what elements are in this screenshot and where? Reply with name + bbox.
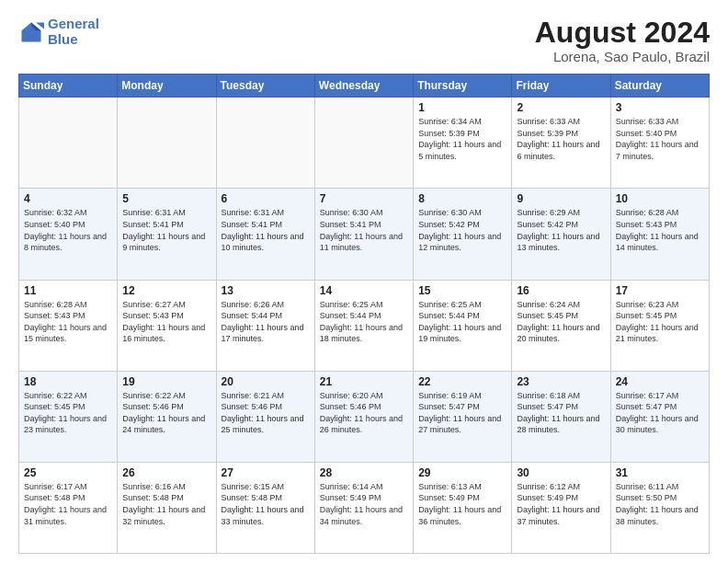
day-info: Sunrise: 6:21 AM Sunset: 5:46 PM Dayligh… (222, 390, 310, 436)
day-number: 26 (122, 466, 210, 479)
day-info: Sunrise: 6:24 AM Sunset: 5:45 PM Dayligh… (517, 299, 605, 345)
calendar-cell: 19Sunrise: 6:22 AM Sunset: 5:46 PM Dayli… (118, 371, 216, 462)
day-number: 28 (320, 466, 408, 479)
day-info: Sunrise: 6:29 AM Sunset: 5:42 PM Dayligh… (517, 207, 605, 253)
day-info: Sunrise: 6:15 AM Sunset: 5:48 PM Dayligh… (222, 481, 310, 527)
day-info: Sunrise: 6:34 AM Sunset: 5:39 PM Dayligh… (418, 116, 506, 162)
day-info: Sunrise: 6:30 AM Sunset: 5:41 PM Dayligh… (320, 207, 408, 253)
day-number: 27 (222, 466, 310, 479)
calendar-cell: 9Sunrise: 6:29 AM Sunset: 5:42 PM Daylig… (512, 189, 610, 280)
day-info: Sunrise: 6:16 AM Sunset: 5:48 PM Dayligh… (122, 481, 210, 527)
day-number: 1 (418, 101, 506, 114)
day-number: 12 (122, 284, 210, 297)
calendar-cell: 11Sunrise: 6:28 AM Sunset: 5:43 PM Dayli… (19, 280, 118, 371)
logo: General Blue (18, 17, 99, 47)
day-number: 18 (24, 375, 112, 388)
day-number: 16 (517, 284, 605, 297)
day-info: Sunrise: 6:22 AM Sunset: 5:46 PM Dayligh… (122, 390, 210, 436)
day-info: Sunrise: 6:22 AM Sunset: 5:45 PM Dayligh… (24, 390, 112, 436)
day-info: Sunrise: 6:13 AM Sunset: 5:49 PM Dayligh… (418, 481, 506, 527)
day-info: Sunrise: 6:26 AM Sunset: 5:44 PM Dayligh… (222, 299, 310, 345)
calendar-cell: 3Sunrise: 6:33 AM Sunset: 5:40 PM Daylig… (610, 98, 709, 189)
calendar-cell (216, 98, 314, 189)
calendar-week-2: 4Sunrise: 6:32 AM Sunset: 5:40 PM Daylig… (19, 189, 710, 280)
calendar-cell: 16Sunrise: 6:24 AM Sunset: 5:45 PM Dayli… (512, 280, 610, 371)
header: General Blue August 2024 Lorena, Sao Pau… (18, 17, 710, 64)
calendar-cell: 13Sunrise: 6:26 AM Sunset: 5:44 PM Dayli… (216, 280, 314, 371)
col-monday: Monday (118, 75, 216, 98)
col-wednesday: Wednesday (314, 75, 413, 98)
day-info: Sunrise: 6:31 AM Sunset: 5:41 PM Dayligh… (122, 207, 210, 253)
day-info: Sunrise: 6:25 AM Sunset: 5:44 PM Dayligh… (418, 299, 506, 345)
calendar-cell (118, 98, 216, 189)
page: General Blue August 2024 Lorena, Sao Pau… (0, 0, 728, 563)
calendar-table: Sunday Monday Tuesday Wednesday Thursday… (18, 74, 710, 554)
calendar-subtitle: Lorena, Sao Paulo, Brazil (535, 49, 710, 64)
calendar-cell (19, 98, 118, 189)
calendar-cell: 20Sunrise: 6:21 AM Sunset: 5:46 PM Dayli… (216, 371, 314, 462)
calendar-cell (314, 98, 413, 189)
day-number: 2 (517, 101, 605, 114)
calendar-cell: 10Sunrise: 6:28 AM Sunset: 5:43 PM Dayli… (610, 189, 709, 280)
day-info: Sunrise: 6:12 AM Sunset: 5:49 PM Dayligh… (517, 481, 605, 527)
day-number: 19 (122, 375, 210, 388)
col-saturday: Saturday (610, 75, 709, 98)
calendar-cell: 30Sunrise: 6:12 AM Sunset: 5:49 PM Dayli… (512, 462, 610, 553)
calendar-week-3: 11Sunrise: 6:28 AM Sunset: 5:43 PM Dayli… (19, 280, 710, 371)
day-number: 8 (418, 192, 506, 205)
day-number: 21 (320, 375, 408, 388)
day-number: 6 (222, 192, 310, 205)
calendar-cell: 24Sunrise: 6:17 AM Sunset: 5:47 PM Dayli… (610, 371, 709, 462)
day-number: 9 (517, 192, 605, 205)
day-number: 11 (24, 284, 112, 297)
calendar-week-4: 18Sunrise: 6:22 AM Sunset: 5:45 PM Dayli… (19, 371, 710, 462)
day-info: Sunrise: 6:18 AM Sunset: 5:47 PM Dayligh… (517, 390, 605, 436)
col-sunday: Sunday (19, 75, 118, 98)
calendar-cell: 25Sunrise: 6:17 AM Sunset: 5:48 PM Dayli… (19, 462, 118, 553)
day-number: 5 (122, 192, 210, 205)
calendar-cell: 1Sunrise: 6:34 AM Sunset: 5:39 PM Daylig… (414, 98, 512, 189)
day-number: 22 (418, 375, 506, 388)
day-number: 10 (616, 192, 704, 205)
header-row: Sunday Monday Tuesday Wednesday Thursday… (19, 75, 710, 98)
calendar-week-5: 25Sunrise: 6:17 AM Sunset: 5:48 PM Dayli… (19, 462, 710, 553)
day-number: 30 (517, 466, 605, 479)
calendar-title: August 2024 (535, 17, 710, 49)
calendar-cell: 2Sunrise: 6:33 AM Sunset: 5:39 PM Daylig… (512, 98, 610, 189)
logo-line2: Blue (48, 31, 78, 47)
calendar-cell: 14Sunrise: 6:25 AM Sunset: 5:44 PM Dayli… (314, 280, 413, 371)
day-number: 7 (320, 192, 408, 205)
title-block: August 2024 Lorena, Sao Paulo, Brazil (535, 17, 710, 64)
day-number: 15 (418, 284, 506, 297)
day-info: Sunrise: 6:14 AM Sunset: 5:49 PM Dayligh… (320, 481, 408, 527)
calendar-cell: 23Sunrise: 6:18 AM Sunset: 5:47 PM Dayli… (512, 371, 610, 462)
day-number: 17 (616, 284, 704, 297)
day-info: Sunrise: 6:20 AM Sunset: 5:46 PM Dayligh… (320, 390, 408, 436)
day-info: Sunrise: 6:11 AM Sunset: 5:50 PM Dayligh… (616, 481, 704, 527)
day-number: 25 (24, 466, 112, 479)
logo-text: General Blue (48, 17, 99, 47)
calendar-cell: 17Sunrise: 6:23 AM Sunset: 5:45 PM Dayli… (610, 280, 709, 371)
calendar-week-1: 1Sunrise: 6:34 AM Sunset: 5:39 PM Daylig… (19, 98, 710, 189)
calendar-cell: 18Sunrise: 6:22 AM Sunset: 5:45 PM Dayli… (19, 371, 118, 462)
day-number: 31 (616, 466, 704, 479)
day-number: 13 (222, 284, 310, 297)
day-info: Sunrise: 6:33 AM Sunset: 5:39 PM Dayligh… (517, 116, 605, 162)
day-info: Sunrise: 6:17 AM Sunset: 5:48 PM Dayligh… (24, 481, 112, 527)
calendar-cell: 6Sunrise: 6:31 AM Sunset: 5:41 PM Daylig… (216, 189, 314, 280)
day-info: Sunrise: 6:30 AM Sunset: 5:42 PM Dayligh… (418, 207, 506, 253)
calendar-cell: 8Sunrise: 6:30 AM Sunset: 5:42 PM Daylig… (414, 189, 512, 280)
logo-icon (18, 19, 44, 45)
calendar-cell: 5Sunrise: 6:31 AM Sunset: 5:41 PM Daylig… (118, 189, 216, 280)
calendar-cell: 26Sunrise: 6:16 AM Sunset: 5:48 PM Dayli… (118, 462, 216, 553)
calendar-cell: 22Sunrise: 6:19 AM Sunset: 5:47 PM Dayli… (414, 371, 512, 462)
day-info: Sunrise: 6:33 AM Sunset: 5:40 PM Dayligh… (616, 116, 704, 162)
col-friday: Friday (512, 75, 610, 98)
calendar-cell: 15Sunrise: 6:25 AM Sunset: 5:44 PM Dayli… (414, 280, 512, 371)
day-info: Sunrise: 6:19 AM Sunset: 5:47 PM Dayligh… (418, 390, 506, 436)
day-number: 3 (616, 101, 704, 114)
col-tuesday: Tuesday (216, 75, 314, 98)
day-number: 24 (616, 375, 704, 388)
day-info: Sunrise: 6:25 AM Sunset: 5:44 PM Dayligh… (320, 299, 408, 345)
day-number: 4 (24, 192, 112, 205)
